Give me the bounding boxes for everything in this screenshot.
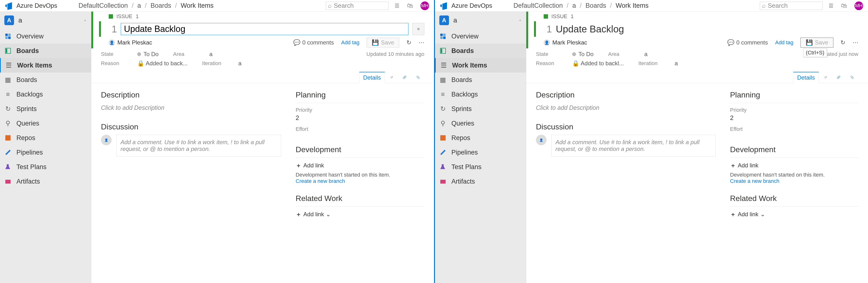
breadcrumb-collection[interactable]: DefaultCollection [514,2,563,9]
state-label: State [101,51,123,57]
breadcrumb-project[interactable]: a [572,2,576,9]
iteration-value[interactable]: a [238,60,242,67]
issue-type-chip [544,14,548,19]
sidebar-item-backlogs[interactable]: ≡Backlogs [435,87,526,102]
sidebar-item-pipelines[interactable]: Pipelines [0,145,91,160]
sidebar-item-overview[interactable]: Overview [0,29,91,44]
history-icon[interactable]: ↺ [820,76,831,79]
sidebar-item-backlogs[interactable]: ≡Backlogs [0,87,91,102]
iteration-value[interactable]: a [675,60,678,67]
brand[interactable]: Azure DevOps [440,2,492,10]
discussion-input[interactable]: Add a comment. Use # to link a work item… [551,135,716,157]
content: ISSUE 1 1 ⧉ 👤Mark Pleskac 💬0 comments Ad… [91,11,434,283]
save-button[interactable]: 💾Save [367,38,399,48]
sidebar-item-pipelines[interactable]: Pipelines [435,145,526,160]
more-icon[interactable]: ⋯ [852,39,858,46]
workitem-title[interactable]: Update Backlog [556,24,624,35]
add-tag-button[interactable]: Add tag [775,39,794,46]
sidebar-item-queries[interactable]: ⚲Queries [0,116,91,131]
search-input[interactable]: ⌕ Search [760,2,823,10]
attachment-icon[interactable]: 📎 [412,76,424,79]
search-input[interactable]: ⌕ Search [326,2,389,10]
issue-type: ISSUE [551,13,567,20]
svg-rect-15 [440,180,445,183]
breadcrumb-page[interactable]: Work Items [616,2,648,9]
priority-value[interactable]: 2 [296,114,424,122]
add-link-button[interactable]: ＋Add link [730,162,858,169]
shopping-bag-icon[interactable]: 🛍 [841,2,847,9]
effort-value[interactable] [730,133,858,141]
attachment-icon[interactable]: 📎 [846,76,858,79]
sidebar-item-artifacts[interactable]: Artifacts [435,174,526,189]
effort-value[interactable] [296,133,424,141]
sprints-icon: ↻ [440,105,446,113]
add-link-button[interactable]: ＋Add link [296,162,424,169]
sidebar-item-artifacts[interactable]: Artifacts [0,174,91,189]
state-value[interactable]: To Do [572,51,594,58]
project-row[interactable]: A a ＋ [0,11,91,29]
save-button[interactable]: 💾Save [801,38,833,48]
add-related-link-button[interactable]: ＋Add link ⌄ [730,210,858,218]
comments-count[interactable]: 💬0 comments [727,39,768,46]
description-input[interactable]: Click to add Description [536,103,716,113]
sidebar-item-workitems[interactable]: ☰Work Items [435,58,526,73]
sidebar-item-sprints[interactable]: ↻Sprints [435,102,526,116]
breadcrumb-section[interactable]: Boards [151,2,171,9]
comments-count[interactable]: 💬0 comments [293,39,334,46]
assignee[interactable]: 👤Mark Pleskac [544,39,587,46]
breadcrumb-collection[interactable]: DefaultCollection [79,2,128,9]
assignee[interactable]: 👤Mark Pleskac [109,39,152,46]
sidebar-item-sprints[interactable]: ↻Sprints [0,102,91,116]
reason-row: Reason 🔒 Added to back... Iteration a [91,60,434,72]
create-branch-link[interactable]: Create a new branch [730,178,858,184]
priority-value[interactable]: 2 [730,114,858,122]
add-tag-button[interactable]: Add tag [341,39,360,46]
area-value[interactable]: a [209,51,213,58]
refresh-icon[interactable]: ↻ [406,39,411,46]
area-value[interactable]: a [644,51,648,58]
sidebar-item-queries[interactable]: ⚲Queries [435,116,526,131]
sidebar-item-overview[interactable]: Overview [435,29,526,44]
history-icon[interactable]: ↺ [386,76,397,79]
reason-value[interactable]: 🔒 Added to back... [137,60,188,67]
state-value[interactable]: To Do [137,51,159,58]
iteration-label: Iteration [638,60,660,66]
project-add-icon[interactable]: ＋ [519,18,522,23]
sidebar-item-boards-sub[interactable]: ▦Boards [0,73,91,87]
description-input[interactable]: Click to add Description [101,103,281,113]
create-branch-link[interactable]: Create a new branch [296,178,424,184]
reason-value[interactable]: 🔒 Added to backl... [572,60,624,67]
sidebar-item-boards[interactable]: Boards [435,44,526,58]
discussion-input[interactable]: Add a comment. Use # to link a work item… [116,135,281,157]
board-sub-icon: ▦ [5,76,11,84]
project-name: a [453,17,457,24]
brand[interactable]: Azure DevOps [5,2,57,10]
plus-icon: ＋ [730,210,736,218]
list-icon[interactable]: ≣ [828,2,834,9]
tab-details[interactable]: Details [359,72,385,83]
sidebar-item-repos[interactable]: Repos [435,131,526,145]
sidebar-item-workitems[interactable]: ☰Work Items [0,58,91,73]
sidebar-item-boards[interactable]: Boards [0,44,91,58]
project-row[interactable]: A a ＋ [435,11,526,29]
breadcrumb-section[interactable]: Boards [585,2,606,9]
sidebar-item-boards-sub[interactable]: ▦Boards [435,73,526,87]
sidebar-item-testplans[interactable]: Test Plans [0,160,91,174]
avatar[interactable]: MH [855,1,863,10]
avatar[interactable]: MH [421,1,429,10]
shopping-bag-icon[interactable]: 🛍 [407,2,413,9]
breadcrumb-project[interactable]: a [137,2,141,9]
workitem-title-input[interactable] [121,23,408,35]
sidebar-item-testplans[interactable]: Test Plans [435,160,526,174]
add-related-link-button[interactable]: ＋Add link ⌄ [296,210,424,218]
tab-details[interactable]: Details [793,72,819,83]
project-add-icon[interactable]: ＋ [84,18,87,23]
link-icon[interactable]: 🔗 [398,76,411,79]
link-icon[interactable]: 🔗 [832,76,845,79]
more-icon[interactable]: ⋯ [418,39,424,46]
refresh-icon[interactable]: ↻ [840,39,845,46]
breadcrumb-page[interactable]: Work Items [181,2,214,9]
sidebar-item-repos[interactable]: Repos [0,131,91,145]
list-icon[interactable]: ≣ [394,2,400,9]
template-button[interactable]: ⧉ [412,23,424,35]
